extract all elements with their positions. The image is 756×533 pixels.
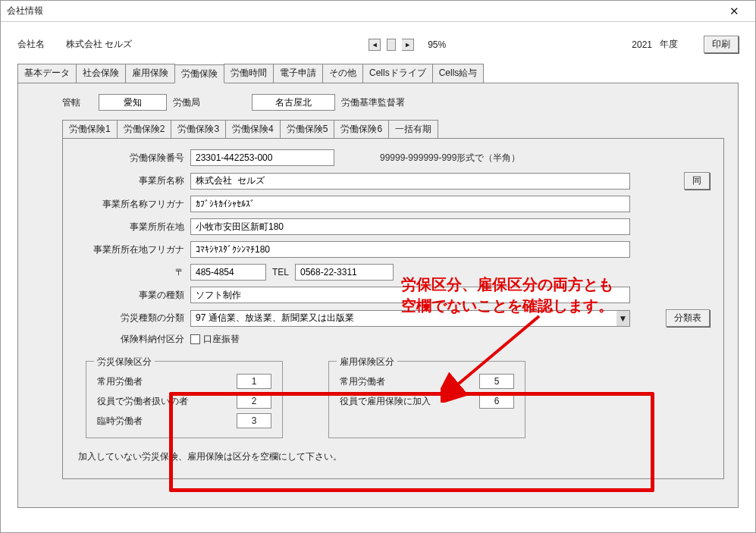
- zoom-track[interactable]: [387, 39, 396, 51]
- addr-label: 事業所所在地: [77, 221, 190, 234]
- main-tab-6[interactable]: その他: [322, 64, 363, 83]
- main-tab-2[interactable]: 雇用保険: [125, 64, 175, 83]
- app-window: 会社情報 ✕ 会社名 株式会社 セルズ ◄ ► 95% 2021 年度 印刷 基…: [0, 0, 756, 533]
- rousai-value-1[interactable]: 2: [237, 393, 271, 409]
- ins-no-hint: 99999-999999-999形式で（半角）: [380, 152, 520, 165]
- main-tab-8[interactable]: Cells給与: [432, 64, 485, 83]
- rousai-row-0: 常用労働者1: [97, 374, 271, 389]
- office-kana-label: 事業所名称フリガナ: [77, 198, 190, 211]
- main-tab-4[interactable]: 労働時間: [224, 64, 274, 83]
- juris-office-suffix: 労働基準監督署: [335, 96, 411, 109]
- company-name: 株式会社 セルズ: [66, 38, 187, 51]
- biz-type-label: 事業の種類: [77, 289, 190, 302]
- footer-note: 加入していない労災保険、雇用保険は区分を空欄にして下さい。: [78, 450, 710, 463]
- rousai-row-2: 臨時労働者3: [97, 413, 271, 428]
- rousai-value-0[interactable]: 1: [237, 374, 271, 389]
- juris-bureau-suffix: 労働局: [167, 96, 206, 109]
- same-button[interactable]: 同: [684, 172, 710, 190]
- pay-method-checkbox-label: 口座振替: [203, 333, 240, 346]
- sub-tabs: 労働保険1労働保険2労働保険3労働保険4労働保険5労働保険6一括有期: [62, 120, 724, 138]
- rousai-legend: 労災保険区分: [94, 356, 155, 368]
- rousai-groupbox: 労災保険区分 常用労働者1役員で労働者扱いの者2臨時労働者3: [86, 361, 283, 438]
- office-kana-input[interactable]: [190, 196, 630, 212]
- main-tab-1[interactable]: 社会保険: [76, 64, 126, 83]
- zoom-value: 95%: [428, 39, 446, 50]
- koyo-row-1: 役員で雇用保険に加入6: [340, 393, 514, 409]
- pay-method-checkbox[interactable]: [190, 334, 200, 344]
- class-table-button[interactable]: 分類表: [666, 309, 710, 327]
- juris-label: 管轄: [62, 96, 99, 109]
- sub-tab-1[interactable]: 労働保険2: [117, 120, 172, 138]
- koyo-label-0: 常用労働者: [340, 375, 385, 388]
- koyo-row-0: 常用労働者5: [340, 374, 514, 389]
- sub-tab-4[interactable]: 労働保険5: [280, 120, 335, 138]
- sub-tab-0[interactable]: 労働保険1: [62, 120, 118, 138]
- company-label: 会社名: [17, 38, 60, 51]
- koyo-value-0[interactable]: 5: [479, 374, 514, 389]
- tel-label: TEL: [266, 267, 295, 277]
- addr-kana-input[interactable]: [190, 241, 630, 258]
- rousai-label-0: 常用労働者: [97, 375, 143, 388]
- sub-panel: 労働保険番号 99999-999999-999形式で（半角） 事業所名称 同 事…: [62, 138, 724, 479]
- annotation-line2: 空欄でないことを確認します。: [401, 295, 613, 316]
- koyo-groupbox: 雇用保険区分 常用労働者5役員で雇用保険に加入6: [328, 361, 525, 438]
- sub-tab-5[interactable]: 労働保険6: [334, 120, 389, 138]
- titlebar: 会社情報 ✕: [1, 1, 755, 22]
- juris-office-input[interactable]: [252, 94, 335, 111]
- rousai-value-2[interactable]: 3: [237, 413, 271, 428]
- rousai-label-2: 臨時労働者: [97, 415, 143, 428]
- main-panel: 管轄 労働局 労働基準監督署 労働保険1労働保険2労働保険3労働保険4労働保険5…: [17, 83, 739, 508]
- main-tabs: 基本データ社会保険雇用保険労働保険労働時間電子申請その他CellsドライブCel…: [17, 64, 739, 83]
- zoom-left-icon[interactable]: ◄: [369, 39, 381, 51]
- postal-input[interactable]: [190, 264, 266, 281]
- addr-kana-label: 事業所所在地フリガナ: [77, 243, 190, 256]
- main-tab-0[interactable]: 基本データ: [17, 64, 77, 83]
- annotation-text: 労保区分、雇保区分の両方とも 空欄でないことを確認します。: [401, 274, 613, 316]
- jurisdiction-row: 管轄 労働局 労働基準監督署: [62, 94, 724, 111]
- print-button[interactable]: 印刷: [704, 36, 739, 53]
- rousai-row-1: 役員で労働者扱いの者2: [97, 393, 271, 409]
- chevron-down-icon[interactable]: ▼: [616, 310, 630, 327]
- rousai-label-1: 役員で労働者扱いの者: [97, 395, 188, 408]
- sub-tab-3[interactable]: 労働保険4: [225, 120, 281, 138]
- sub-tab-6[interactable]: 一括有期: [388, 120, 438, 138]
- zoom-right-icon[interactable]: ►: [402, 39, 414, 51]
- pay-method-label: 保険料納付区分: [77, 333, 190, 346]
- sub-tab-2[interactable]: 労働保険3: [171, 120, 226, 138]
- main-tab-5[interactable]: 電子申請: [273, 64, 323, 83]
- ins-no-label: 労働保険番号: [77, 152, 190, 165]
- office-name-label: 事業所名称: [77, 174, 190, 187]
- koyo-label-1: 役員で雇用保険に加入: [340, 395, 431, 408]
- main-tab-3[interactable]: 労働保険: [174, 64, 224, 83]
- window-title: 会社情報: [7, 5, 719, 17]
- ins-no-input[interactable]: [190, 149, 334, 166]
- koyo-value-1[interactable]: 6: [479, 393, 514, 409]
- close-icon[interactable]: ✕: [719, 4, 749, 19]
- office-name-input[interactable]: [190, 173, 630, 190]
- annotation-line1: 労保区分、雇保区分の両方とも: [401, 274, 613, 295]
- year-suffix: 年度: [660, 38, 678, 51]
- main-tab-7[interactable]: Cellsドライブ: [362, 64, 433, 83]
- year-value: 2021: [632, 39, 652, 50]
- tel-input[interactable]: [295, 264, 394, 281]
- header-row: 会社名 株式会社 セルズ ◄ ► 95% 2021 年度 印刷: [17, 36, 739, 53]
- accident-class-label: 労災種類の分類: [77, 312, 190, 325]
- juris-prefecture-input[interactable]: [99, 94, 167, 111]
- postal-label: 〒: [77, 266, 190, 279]
- addr-input[interactable]: [190, 218, 630, 235]
- koyo-legend: 雇用保険区分: [337, 356, 397, 368]
